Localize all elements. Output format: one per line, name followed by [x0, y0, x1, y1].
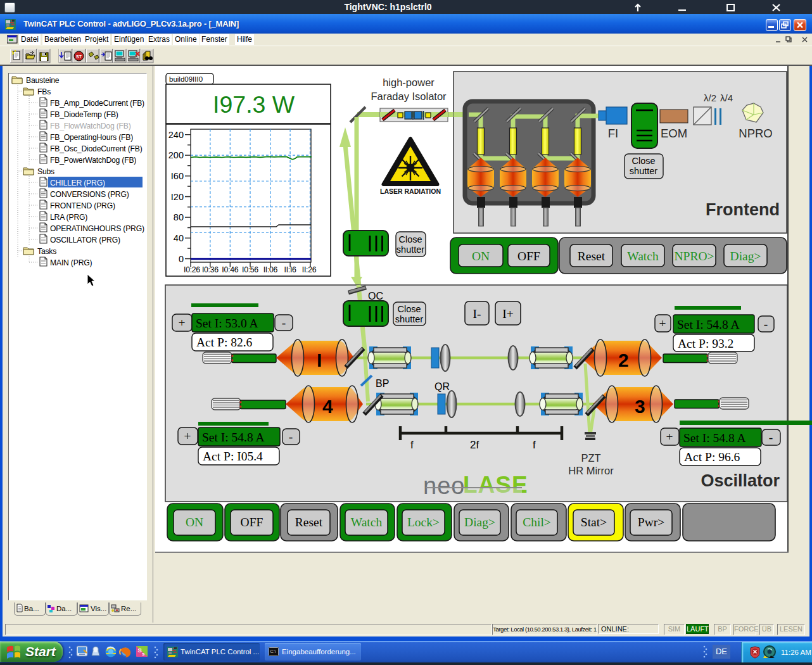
svg-text:QR: QR	[435, 381, 450, 392]
svg-text:OPERATINGHOURS (PRG): OPERATINGHOURS (PRG)	[50, 224, 144, 233]
svg-text:Set I: 54.8 A: Set I: 54.8 A	[683, 431, 746, 445]
svg-text:OFF: OFF	[241, 516, 263, 529]
svg-text:λ/2: λ/2	[704, 92, 716, 103]
svg-text:Reset: Reset	[578, 250, 606, 263]
svg-text:II:06: II:06	[263, 265, 278, 274]
svg-text:Set I: 53.0 A: Set I: 53.0 A	[196, 317, 258, 330]
svg-text:OFF: OFF	[517, 250, 540, 263]
svg-text:-: -	[289, 430, 293, 443]
svg-text:FB_DiodeTemp (FB): FB_DiodeTemp (FB)	[50, 110, 118, 119]
svg-text:+: +	[179, 316, 186, 329]
svg-text:FB_Amp_DiodeCurrent (FB): FB_Amp_DiodeCurrent (FB)	[50, 99, 144, 108]
svg-text:NPRO>: NPRO>	[674, 250, 714, 263]
svg-text:Diag>: Diag>	[464, 516, 495, 529]
svg-text:I60: I60	[171, 171, 184, 181]
svg-text:Close: Close	[398, 234, 422, 244]
svg-text:I: I	[317, 350, 322, 370]
svg-text:ON: ON	[472, 250, 490, 263]
svg-text:Da...: Da...	[56, 605, 72, 612]
svg-text:PZT: PZT	[581, 452, 600, 464]
svg-text:240: 240	[168, 130, 184, 140]
svg-text:Vis...: Vis...	[91, 605, 106, 612]
svg-text:OC: OC	[368, 291, 383, 301]
svg-text:shutter: shutter	[395, 314, 423, 324]
svg-text:LASE: LASE	[463, 472, 528, 498]
svg-text:NPRO: NPRO	[739, 127, 772, 140]
svg-text:I0:26: I0:26	[184, 265, 200, 274]
svg-text:I20: I20	[171, 192, 184, 202]
svg-text:shutter: shutter	[630, 166, 657, 176]
svg-text:2: 2	[618, 350, 629, 370]
svg-text:Bausteine: Bausteine	[26, 76, 60, 85]
svg-text:FB_OperatingHours (FB): FB_OperatingHours (FB)	[50, 133, 133, 142]
svg-text:Reset: Reset	[295, 516, 323, 529]
svg-text:build09III0: build09III0	[169, 75, 203, 83]
svg-text:FB_Osc_DiodeCurrent (FB): FB_Osc_DiodeCurrent (FB)	[50, 144, 143, 153]
svg-text:Subs: Subs	[37, 167, 54, 176]
svg-text:FB_PowerWatchDog (FB): FB_PowerWatchDog (FB)	[50, 156, 136, 165]
svg-text:Faraday Isolator: Faraday Isolator	[371, 91, 447, 102]
svg-text:FRONTEND (PRG): FRONTEND (PRG)	[50, 201, 115, 210]
svg-text:-: -	[282, 316, 286, 329]
svg-text:MAIN (PRG): MAIN (PRG)	[50, 258, 92, 267]
svg-text:Watch: Watch	[627, 250, 659, 263]
svg-text:λ/4: λ/4	[720, 92, 733, 103]
svg-text:Chil>: Chil>	[523, 516, 551, 529]
svg-text:EOM: EOM	[661, 127, 687, 140]
svg-text:4: 4	[322, 396, 333, 417]
svg-text:Watch: Watch	[351, 516, 383, 529]
svg-text:f: f	[410, 439, 414, 451]
svg-text:0: 0	[179, 254, 184, 264]
svg-text:LASER RADIATION: LASER RADIATION	[380, 187, 441, 195]
svg-text:80: 80	[174, 212, 184, 222]
svg-text:ST: ST	[76, 54, 82, 59]
svg-text:+: +	[184, 429, 191, 443]
svg-text:I0:46: I0:46	[222, 265, 238, 274]
svg-text:neo: neo	[423, 472, 465, 499]
svg-text:S: S	[138, 647, 142, 654]
svg-text:200: 200	[168, 150, 184, 160]
svg-text:I97.3 W: I97.3 W	[213, 91, 295, 118]
svg-text:Close: Close	[397, 304, 421, 314]
svg-text:-: -	[764, 317, 768, 331]
svg-text:Re...: Re...	[121, 605, 136, 612]
svg-text:Tasks: Tasks	[37, 247, 56, 256]
svg-text:high-power: high-power	[383, 77, 435, 88]
svg-text:I0:36: I0:36	[202, 265, 219, 274]
svg-text:Ba...: Ba...	[24, 605, 39, 612]
svg-text:40: 40	[174, 233, 184, 243]
svg-text:II:I6: II:I6	[284, 265, 296, 274]
svg-text:CHILLER (PRG): CHILLER (PRG)	[50, 179, 105, 187]
svg-text:+: +	[666, 430, 673, 443]
svg-text:Close: Close	[631, 156, 655, 166]
svg-text:Pwr>: Pwr>	[638, 516, 664, 529]
svg-text:I-: I-	[473, 307, 481, 320]
svg-text:HR Mirror: HR Mirror	[568, 465, 614, 476]
svg-text:ON: ON	[186, 516, 203, 529]
svg-text:3: 3	[635, 396, 645, 417]
svg-text:s: s	[142, 651, 145, 657]
svg-text:LRA (PRG): LRA (PRG)	[50, 213, 87, 222]
svg-text:FI: FI	[608, 127, 618, 140]
svg-text:+: +	[659, 317, 666, 330]
svg-text:Stat>: Stat>	[581, 516, 607, 529]
svg-text:Act P: I05.4: Act P: I05.4	[203, 450, 263, 463]
svg-text:Act P: 96.6: Act P: 96.6	[684, 450, 740, 464]
svg-text:shutter: shutter	[396, 244, 424, 255]
svg-text:Oscillator: Oscillator	[701, 471, 780, 490]
svg-text:-: -	[769, 431, 773, 444]
svg-text:C:\: C:\	[270, 649, 276, 654]
svg-text:Frontend: Frontend	[706, 200, 780, 219]
svg-text:2f: 2f	[470, 439, 479, 451]
svg-text:FB_FlowWatchDog (FB): FB_FlowWatchDog (FB)	[50, 122, 131, 130]
svg-text:CONVERSIONS (PRG): CONVERSIONS (PRG)	[50, 190, 129, 199]
svg-text:Act P: 82.6: Act P: 82.6	[196, 336, 253, 349]
svg-text:OSCILLATOR (PRG): OSCILLATOR (PRG)	[50, 236, 120, 244]
svg-text:FBs: FBs	[37, 87, 51, 96]
svg-text:Act P: 93.2: Act P: 93.2	[678, 337, 733, 350]
svg-text:f: f	[533, 439, 536, 451]
svg-text:Set I: 54.8 A: Set I: 54.8 A	[202, 431, 265, 444]
svg-text:I0:56: I0:56	[242, 265, 258, 274]
svg-text:Set I: 54.8 A: Set I: 54.8 A	[677, 318, 740, 331]
svg-text:Diag>: Diag>	[730, 250, 761, 263]
